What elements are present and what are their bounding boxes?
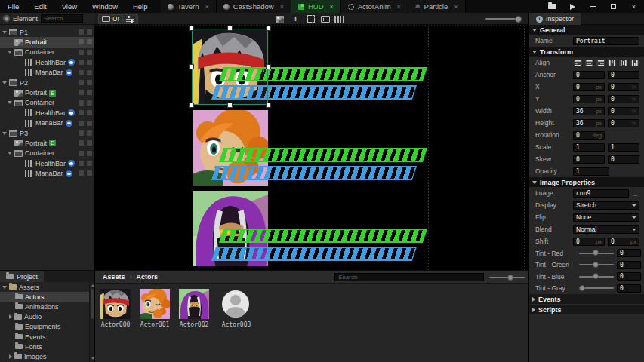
width-rel-field[interactable]: % bbox=[608, 107, 639, 115]
scene-canvas[interactable] bbox=[94, 25, 528, 270]
align-bottom-button[interactable] bbox=[630, 59, 639, 67]
minimize-button[interactable] bbox=[583, 0, 603, 13]
hierarchy-item-p2[interactable]: P2 bbox=[0, 78, 94, 87]
width-px-field[interactable]: px bbox=[573, 107, 605, 115]
scale-x-field[interactable] bbox=[573, 143, 605, 152]
ui-mode-button[interactable]: UI bbox=[98, 14, 123, 24]
caret-down-icon[interactable] bbox=[2, 31, 7, 34]
visibility-icon[interactable] bbox=[87, 39, 92, 44]
close-button[interactable]: × bbox=[624, 0, 644, 13]
text-tool-button[interactable]: T bbox=[289, 14, 302, 23]
resize-handle-ne[interactable] bbox=[267, 26, 270, 30]
hierarchy-item-p3[interactable]: P3 bbox=[0, 128, 94, 138]
gauge-tool-button[interactable] bbox=[332, 14, 345, 23]
tint-gray-slider[interactable] bbox=[579, 287, 614, 289]
y-px-field[interactable]: px bbox=[573, 95, 605, 103]
lock-icon[interactable] bbox=[79, 100, 84, 106]
caret-down-icon[interactable] bbox=[532, 51, 537, 54]
tree-item-events[interactable]: Events bbox=[0, 332, 94, 342]
image-tool-button[interactable] bbox=[273, 14, 286, 23]
tab-actoranim[interactable]: ActorAnim × bbox=[341, 0, 408, 13]
hierarchy-item-container[interactable]: Container bbox=[0, 149, 94, 158]
canvas-healthbar-p3[interactable] bbox=[219, 229, 427, 243]
lock-icon[interactable] bbox=[79, 161, 84, 166]
tree-item-assets[interactable]: Assets bbox=[0, 282, 94, 292]
visibility-icon[interactable] bbox=[87, 80, 92, 85]
visibility-icon[interactable] bbox=[87, 121, 92, 126]
resize-handle-w[interactable] bbox=[190, 65, 193, 69]
slider-handle[interactable] bbox=[593, 273, 599, 279]
caret-down-icon[interactable] bbox=[8, 51, 12, 54]
resize-handle-sw[interactable] bbox=[190, 103, 193, 107]
anchor-x-field[interactable] bbox=[573, 71, 605, 79]
skew-y-field[interactable] bbox=[608, 155, 639, 164]
shift-x-input[interactable] bbox=[576, 238, 594, 245]
visibility-icon[interactable] bbox=[87, 50, 92, 55]
hierarchy-item-p1[interactable]: P1 bbox=[0, 27, 94, 37]
thumbnail-size-handle[interactable] bbox=[507, 275, 513, 281]
lock-icon[interactable] bbox=[79, 50, 84, 55]
tree-item-audio[interactable]: Audio bbox=[0, 312, 94, 322]
hierarchy-item-portrait[interactable]: Portrait E bbox=[0, 138, 94, 148]
zoom-slider-handle[interactable] bbox=[515, 16, 522, 23]
tint-gray-input[interactable] bbox=[620, 285, 638, 292]
lock-icon[interactable] bbox=[79, 70, 84, 75]
caret-right-icon[interactable] bbox=[532, 308, 535, 312]
hierarchy-item-healthbar[interactable]: HealthBar bbox=[0, 57, 94, 67]
tree-item-animations[interactable]: Animations bbox=[0, 302, 94, 311]
section-general[interactable]: General bbox=[529, 25, 644, 35]
visibility-badge-icon[interactable] bbox=[66, 120, 72, 127]
anchor-y-input[interactable] bbox=[611, 72, 636, 78]
resize-handle-e[interactable] bbox=[267, 65, 270, 69]
tint-red-input[interactable] bbox=[620, 250, 638, 256]
width-rel-input[interactable] bbox=[611, 108, 630, 115]
caret-down-icon[interactable] bbox=[532, 181, 537, 184]
breadcrumb-assets[interactable]: Assets bbox=[103, 273, 125, 281]
menu-view[interactable]: View bbox=[54, 2, 85, 11]
visibility-badge-icon[interactable] bbox=[68, 160, 75, 167]
tree-item-actors[interactable]: Actors bbox=[0, 292, 94, 302]
maximize-button[interactable] bbox=[603, 0, 624, 13]
lock-icon[interactable] bbox=[79, 80, 84, 85]
scale-y-field[interactable] bbox=[608, 143, 639, 152]
tab-particle[interactable]: ❄ Particle × bbox=[408, 0, 466, 13]
resize-handle-se[interactable] bbox=[267, 103, 270, 107]
skew-x-field[interactable] bbox=[573, 155, 605, 164]
hierarchy-item-container[interactable]: Container bbox=[0, 48, 94, 57]
tint-blue-slider[interactable] bbox=[579, 276, 614, 278]
scrollbar-thumb[interactable] bbox=[91, 289, 94, 319]
scale-x-input[interactable] bbox=[576, 144, 602, 151]
height-rel-field[interactable]: % bbox=[608, 119, 639, 127]
slider-handle[interactable] bbox=[593, 262, 599, 268]
x-rel-field[interactable]: % bbox=[608, 83, 639, 91]
opacity-input[interactable] bbox=[576, 168, 606, 175]
asset-actor002-thumbnail[interactable] bbox=[179, 289, 209, 319]
skew-x-input[interactable] bbox=[576, 156, 602, 163]
image-input[interactable] bbox=[576, 190, 626, 197]
lock-icon[interactable] bbox=[79, 90, 84, 95]
section-scripts[interactable]: Scripts bbox=[529, 305, 644, 314]
scale-y-input[interactable] bbox=[611, 144, 636, 151]
caret-down-icon[interactable] bbox=[8, 101, 12, 104]
rotation-field[interactable]: deg bbox=[573, 131, 605, 140]
thumbnail-size-slider[interactable] bbox=[489, 277, 525, 278]
asset-actor000-thumbnail[interactable] bbox=[100, 289, 131, 319]
visibility-icon[interactable] bbox=[87, 130, 92, 136]
opacity-field[interactable] bbox=[573, 167, 609, 176]
lock-icon[interactable] bbox=[79, 60, 84, 65]
flip-select[interactable]: None bbox=[573, 213, 639, 222]
slider-handle[interactable] bbox=[579, 285, 585, 291]
hierarchy-item-manabar[interactable]: ManaBar bbox=[0, 68, 94, 78]
visibility-badge-icon[interactable] bbox=[66, 69, 72, 76]
assets-search-input[interactable] bbox=[334, 273, 484, 281]
tint-green-field[interactable] bbox=[617, 261, 641, 269]
tint-blue-input[interactable] bbox=[620, 273, 638, 280]
align-center-h-button[interactable] bbox=[584, 59, 594, 67]
tree-item-equipments[interactable]: Equipments bbox=[0, 322, 94, 332]
tab-inspector[interactable]: i Inspector bbox=[529, 13, 581, 25]
shift-y-field[interactable]: px bbox=[608, 238, 639, 246]
caret-right-icon[interactable] bbox=[532, 297, 535, 302]
visibility-badge-icon[interactable] bbox=[68, 59, 75, 66]
visibility-badge-icon[interactable] bbox=[68, 109, 75, 116]
hierarchy-item-healthbar[interactable]: HealthBar bbox=[0, 158, 94, 168]
